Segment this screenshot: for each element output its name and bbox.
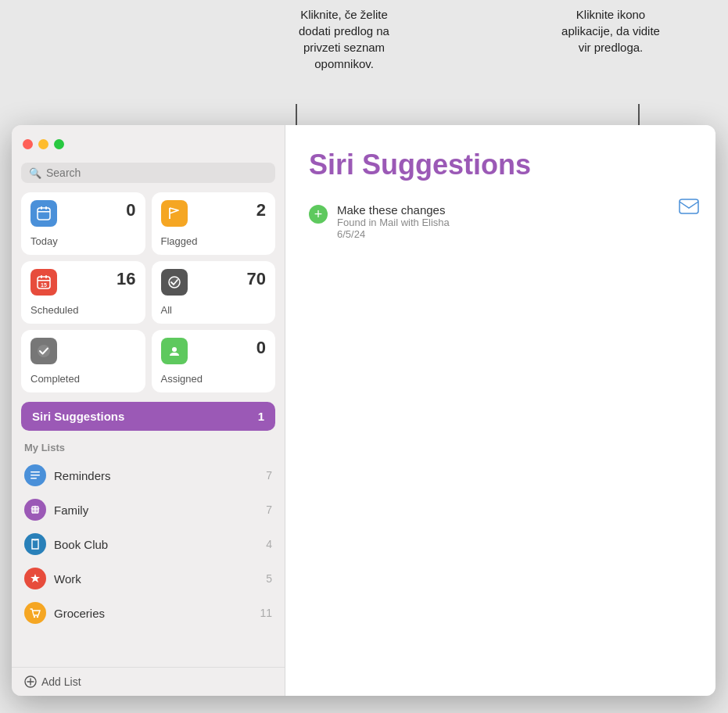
today-label: Today — [30, 235, 136, 247]
scheduled-count: 16 — [117, 269, 135, 289]
family-name: Family — [54, 503, 258, 517]
svg-rect-13 — [30, 471, 40, 473]
svg-point-12 — [172, 347, 177, 352]
groceries-count: 11 — [260, 607, 272, 619]
family-count: 7 — [266, 503, 272, 516]
groceries-icon — [24, 602, 46, 624]
smart-lists-grid: 0 Today 2 Flagged — [12, 192, 285, 402]
suggestion-date: 6/5/24 — [337, 228, 692, 240]
close-button[interactable] — [23, 139, 33, 149]
work-icon — [24, 568, 46, 589]
search-input[interactable] — [46, 167, 267, 179]
work-count: 5 — [266, 572, 272, 585]
suggestion-subtitle: Found in Mail with Elisha — [337, 217, 692, 228]
svg-point-17 — [34, 616, 35, 618]
smart-tile-assigned[interactable]: 0 Assigned — [152, 330, 276, 392]
svg-rect-14 — [30, 475, 40, 476]
svg-point-18 — [37, 616, 38, 618]
list-item-family[interactable]: Family 7 — [12, 493, 285, 527]
annotation-right: Kliknite ikono aplikacije, da vidite vir… — [540, 6, 681, 56]
svg-rect-2 — [45, 206, 47, 210]
bookclub-icon — [24, 533, 46, 555]
svg-rect-1 — [41, 206, 42, 210]
scheduled-icon: 15 — [30, 269, 57, 296]
smart-tile-today[interactable]: 0 Today — [21, 192, 145, 255]
assigned-count: 0 — [256, 338, 266, 358]
traffic-lights — [23, 139, 64, 149]
add-list-icon — [24, 675, 37, 688]
svg-rect-6 — [45, 275, 47, 278]
maximize-button[interactable] — [54, 139, 64, 149]
sidebar: 🔍 0 Today — [12, 125, 285, 696]
completed-label: Completed — [30, 373, 136, 385]
bookclub-count: 4 — [266, 538, 272, 550]
today-icon — [30, 200, 57, 227]
svg-rect-5 — [41, 275, 42, 278]
flagged-label: Flagged — [161, 235, 267, 247]
completed-icon — [30, 338, 57, 364]
groceries-name: Groceries — [54, 607, 252, 620]
mail-icon — [679, 199, 699, 218]
reminders-count: 7 — [266, 469, 272, 482]
add-list-button[interactable]: Add List — [12, 667, 285, 696]
list-items: Reminders 7 Family 7 — [12, 458, 285, 667]
suggestion-item: + Make these changes Found in Mail with … — [309, 200, 692, 243]
minimize-button[interactable] — [38, 139, 48, 149]
my-lists-header: My Lists — [12, 442, 285, 458]
siri-suggestions-item[interactable]: Siri Suggestions 1 — [21, 402, 275, 431]
suggestion-text: Make these changes Found in Mail with El… — [337, 203, 692, 240]
family-icon — [24, 499, 46, 521]
svg-rect-0 — [38, 208, 50, 220]
svg-rect-7 — [38, 280, 50, 281]
flagged-count: 2 — [256, 200, 266, 220]
work-name: Work — [54, 572, 258, 586]
flagged-icon — [161, 200, 188, 227]
smart-tile-flagged[interactable]: 2 Flagged — [152, 192, 276, 255]
svg-rect-3 — [38, 211, 50, 213]
all-count: 70 — [247, 269, 266, 289]
svg-text:15: 15 — [41, 282, 47, 288]
siri-suggestions-count: 1 — [258, 410, 264, 423]
add-suggestion-button[interactable]: + — [309, 205, 328, 224]
all-label: All — [161, 304, 267, 316]
add-list-label: Add List — [41, 675, 81, 688]
list-item-groceries[interactable]: Groceries 11 — [12, 596, 285, 630]
svg-rect-20 — [680, 199, 698, 213]
reminders-name: Reminders — [54, 469, 258, 482]
page-title: Siri Suggestions — [309, 149, 692, 181]
scheduled-label: Scheduled — [30, 304, 136, 316]
mail-icon-button[interactable] — [678, 199, 700, 217]
today-count: 0 — [126, 200, 135, 220]
list-item-bookclub[interactable]: Book Club 4 — [12, 527, 285, 561]
all-icon — [161, 269, 188, 296]
suggestion-title: Make these changes — [337, 203, 692, 217]
search-bar[interactable]: 🔍 — [21, 163, 275, 183]
assigned-label: Assigned — [161, 373, 267, 385]
titlebar — [12, 125, 285, 163]
reminders-icon — [24, 464, 46, 486]
svg-rect-15 — [30, 478, 37, 479]
smart-tile-all[interactable]: 70 All — [152, 261, 276, 324]
app-window: 🔍 0 Today — [12, 125, 715, 696]
assigned-icon — [161, 338, 188, 364]
smart-tile-completed[interactable]: Completed — [21, 330, 145, 392]
list-item-work[interactable]: Work 5 — [12, 561, 285, 596]
plus-icon: + — [314, 207, 323, 221]
search-icon: 🔍 — [29, 167, 41, 179]
annotation-left: Kliknite, če želite dodati predlog na pr… — [266, 6, 422, 72]
bookclub-name: Book Club — [54, 538, 258, 551]
smart-tile-scheduled[interactable]: 15 16 Scheduled — [21, 261, 145, 324]
main-content: Siri Suggestions + Make these changes Fo… — [285, 125, 715, 696]
siri-suggestions-label: Siri Suggestions — [32, 410, 124, 423]
list-item-reminders[interactable]: Reminders 7 — [12, 458, 285, 493]
